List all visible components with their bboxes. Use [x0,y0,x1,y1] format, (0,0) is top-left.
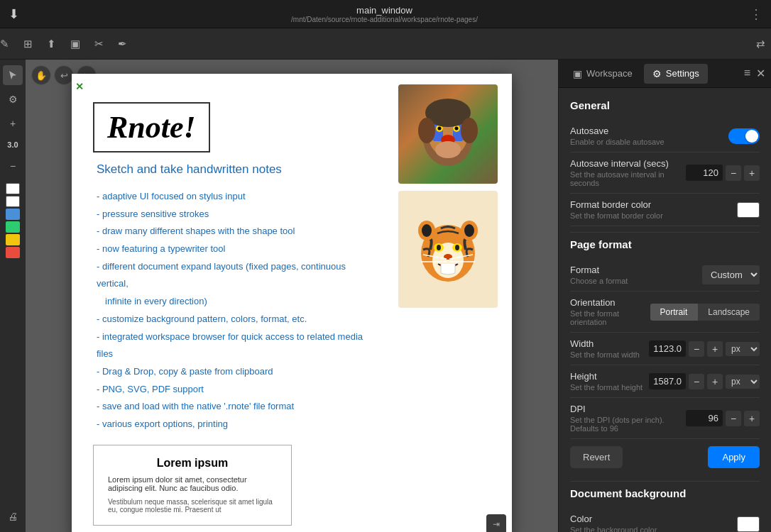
dpi-decrement[interactable]: − [726,411,741,426]
color-strip [6,183,20,258]
autosave-toggle[interactable] [728,128,760,144]
hand-tool-btn[interactable]: ✋ [31,65,51,85]
color-green[interactable] [6,221,20,233]
feature-9: - PNG, SVG, PDF support [97,381,377,399]
tab-settings[interactable]: ⚙ Settings [644,64,708,84]
panel-menu-icon[interactable]: ≡ [744,67,750,80]
page-format-actions: Revert Apply [570,439,760,475]
width-control: − + pxmmcm [649,340,760,357]
apply-button[interactable]: Apply [708,446,760,468]
canvas-page[interactable]: ✋ ↩ ↪ ✕ [26,60,558,532]
color-yellow[interactable] [6,234,20,245]
workspace-tab-icon: ▣ [573,68,582,79]
titlebar-center: main_window /mnt/Daten/source/rnote-addi… [291,5,478,23]
panel-toggle-icon[interactable]: ⇄ [756,38,765,50]
collapse-panel-btn[interactable]: ⇥ [486,514,506,532]
tool-extra-icon[interactable]: ✒ [118,38,127,50]
svg-point-11 [418,118,435,143]
settings-content: General Autosave Enable or disable autos… [559,88,771,532]
color-blue[interactable] [6,209,20,220]
color-white[interactable] [6,183,20,194]
format-desc: Choose a format [570,277,702,285]
settings-side-icon[interactable]: ⚙ [3,89,23,109]
settings-tab-label: Settings [666,68,699,79]
undo-btn[interactable]: ↩ [54,65,74,85]
panel-header-icons: ≡ ✕ [744,67,765,80]
feature-1: - adaptive UI focused on stylus input [97,188,377,206]
autosave-interval-row: Autosave interval (secs) Set the autosav… [570,153,760,194]
autosave-interval-title: Autosave interval (secs) [570,158,686,169]
format-border-color-label: Format border color Set the format borde… [570,199,737,220]
workspace-tab-label: Workspace [586,68,633,79]
feature-5: - different document expand layouts (fix… [97,258,377,293]
width-unit[interactable]: pxmmcm [726,342,760,356]
width-input[interactable] [649,340,686,357]
rnote-title-box: Rnote! [93,102,210,153]
tool-image-icon[interactable]: ▣ [70,38,80,50]
autosave-interval-increment[interactable]: + [744,165,760,181]
download-icon[interactable]: ⬇ [9,6,19,22]
lorem-box: Lorem ipsum Lorem ipsum dolor sit amet, … [93,445,292,526]
autosave-interval-input[interactable] [686,165,723,181]
print-icon[interactable]: 🖨 [3,506,23,526]
height-control: − + pxmmcm [649,373,760,389]
revert-button[interactable]: Revert [570,446,623,468]
autosave-interval-desc: Set the autosave interval in seconds [570,170,686,187]
landscape-btn[interactable]: Landscape [698,304,760,321]
height-input[interactable] [649,373,686,389]
svg-point-9 [435,141,461,158]
zoom-minus-icon[interactable]: − [3,156,23,176]
width-title: Width [570,338,649,349]
cursor-tool-icon[interactable] [3,65,23,85]
orientation-control: Portrait Landscape [650,304,760,321]
tool-upload-icon[interactable]: ⬆ [47,38,56,50]
bg-color-picker[interactable] [737,516,760,532]
feature-list: - adaptive UI focused on stylus input - … [97,188,377,433]
dpi-input[interactable] [686,410,723,426]
tool-shapes-icon[interactable]: ⊞ [23,38,33,50]
side-toolbar: ⚙ + 3.0 − 🖨 [0,60,26,532]
add-icon[interactable]: + [3,113,23,133]
height-increment[interactable]: + [707,374,723,389]
orientation-label: Orientation Set the format orientation [570,297,650,326]
panel-close-icon[interactable]: ✕ [756,67,765,80]
window-path: /mnt/Daten/source/rnote-additional/works… [291,16,478,23]
color-white2[interactable] [6,196,20,207]
bg-color-label: Color Set the background color [570,514,737,532]
dpi-desc: Set the DPI (dots per inch). Defaults to… [570,416,686,433]
orientation-title: Orientation [570,297,650,308]
menu-dots-icon[interactable]: ⋮ [750,6,762,22]
cross-marker: ✕ [75,81,84,92]
autosave-control [728,128,760,144]
window-title: main_window [356,5,412,16]
svg-point-23 [464,224,474,237]
monkey-image [398,84,498,184]
feature-11: - various export options, printing [97,416,377,433]
dpi-increment[interactable]: + [744,411,760,426]
tab-workspace[interactable]: ▣ Workspace [564,64,641,84]
autosave-interval-control: − + [686,165,760,181]
svg-point-7 [438,127,442,131]
tool-pen-icon[interactable]: ✎ [0,38,9,50]
width-increment[interactable]: + [707,341,723,357]
color-red[interactable] [6,247,20,258]
height-desc: Set the format height [570,383,649,392]
format-border-color-picker[interactable] [737,202,760,218]
feature-4: - now featuring a typewriter tool [97,240,377,258]
autosave-interval-decrement[interactable]: − [726,165,741,181]
height-decrement[interactable]: − [689,374,704,389]
format-select[interactable]: Custom A4 A3 Letter [702,265,760,284]
panel-tabs: ▣ Workspace ⚙ Settings [564,64,708,84]
width-desc: Set the format width [570,350,649,359]
format-control: Custom A4 A3 Letter [702,265,760,284]
svg-point-21 [422,224,432,237]
bg-color-row: Color Set the background color [570,508,760,532]
tool-scissors-icon[interactable]: ✂ [94,38,104,50]
height-unit[interactable]: pxmmcm [726,375,760,389]
portrait-btn[interactable]: Portrait [650,304,699,321]
svg-point-17 [437,245,441,250]
width-decrement[interactable]: − [689,341,704,357]
divider-2 [570,481,760,482]
svg-point-18 [455,245,459,250]
dpi-label: DPI Set the DPI (dots per inch). Default… [570,404,686,433]
